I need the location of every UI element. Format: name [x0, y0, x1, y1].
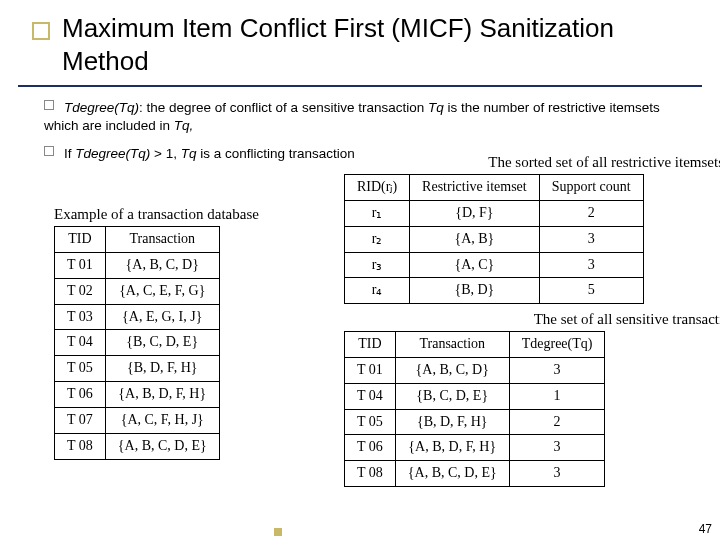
cond-b: Tdegree(Tq)	[75, 146, 150, 161]
sens-caption: The set of all sensitive transactions	[344, 309, 720, 329]
cond-a: If	[64, 146, 75, 161]
table-cell: 3	[509, 435, 605, 461]
table-row: T 08{A, B, C, D, E}3	[345, 461, 605, 487]
table-cell: {A, B, D, F, H}	[105, 382, 219, 408]
tq-term-2: Tq,	[174, 118, 194, 133]
table-cell: 3	[509, 461, 605, 487]
table-cell: r₁	[345, 200, 410, 226]
table-cell: {A, B, C, D, E}	[105, 434, 219, 460]
table-row: T 05{B, D, F, H}	[55, 356, 220, 382]
slide-title: Maximum Item Conflict First (MICF) Sanit…	[62, 12, 680, 77]
title-block: Maximum Item Conflict First (MICF) Sanit…	[0, 0, 720, 81]
table-cell: T 08	[345, 461, 396, 487]
table-cell: r₃	[345, 252, 410, 278]
table-cell: T 06	[55, 382, 106, 408]
table-cell: {A, B, C, D, E}	[395, 461, 509, 487]
table-row: T 01{A, B, C, D}	[55, 252, 220, 278]
table-cell: {A, E, G, I, J}	[105, 304, 219, 330]
table-cell: T 03	[55, 304, 106, 330]
cond-d: Tq	[181, 146, 197, 161]
table-cell: T 07	[55, 408, 106, 434]
table-cell: {A, C, E, F, G}	[105, 278, 219, 304]
table-cell: {A, C, F, H, J}	[105, 408, 219, 434]
sensitive-transactions-table: TIDTransactionTdegree(Tq)T 01{A, B, C, D…	[344, 331, 605, 487]
table-row: T 06{A, B, D, F, H}3	[345, 435, 605, 461]
column-header: Support count	[539, 174, 643, 200]
sensitive-transactions-block: The set of all sensitive transactions TI…	[344, 309, 720, 488]
restrictive-itemsets-table: RID(rⱼ)Restrictive itemsetSupport countr…	[344, 174, 644, 304]
table-cell: r₂	[345, 226, 410, 252]
table-cell: T 05	[55, 356, 106, 382]
restrictive-itemsets-block: The sorted set of all restrictive itemse…	[344, 152, 720, 305]
table-cell: {B, C, D, E}	[105, 330, 219, 356]
transaction-db-table: TIDTransactionT 01{A, B, C, D}T 02{A, C,…	[54, 226, 220, 460]
table-row: r₁{D, F}2	[345, 200, 644, 226]
cond-e: is a conflicting transaction	[196, 146, 354, 161]
bullet-icon	[44, 146, 54, 156]
db-caption: Example of a transaction database	[54, 204, 259, 224]
table-cell: T 06	[345, 435, 396, 461]
tq-term: Tq	[428, 100, 444, 115]
table-cell: 2	[539, 200, 643, 226]
column-header: TID	[345, 331, 396, 357]
table-row: T 01{A, B, C, D}3	[345, 357, 605, 383]
table-cell: 3	[509, 357, 605, 383]
transaction-db-block: Example of a transaction database TIDTra…	[54, 204, 259, 460]
rid-caption: The sorted set of all restrictive itemse…	[344, 152, 720, 172]
table-row: r₄{B, D}5	[345, 278, 644, 304]
table-cell: T 04	[55, 330, 106, 356]
def-text-1: : the degree of conflict of a sensitive …	[139, 100, 428, 115]
table-cell: {B, D, F, H}	[395, 409, 509, 435]
table-cell: 3	[539, 226, 643, 252]
table-row: T 03{A, E, G, I, J}	[55, 304, 220, 330]
table-cell: T 01	[345, 357, 396, 383]
table-cell: r₄	[345, 278, 410, 304]
table-cell: 5	[539, 278, 643, 304]
bullet-icon	[44, 100, 54, 110]
table-cell: {B, D}	[410, 278, 540, 304]
column-header: RID(rⱼ)	[345, 174, 410, 200]
cond-c: > 1,	[150, 146, 180, 161]
table-cell: {A, B, C, D}	[395, 357, 509, 383]
table-cell: T 05	[345, 409, 396, 435]
table-cell: 3	[539, 252, 643, 278]
table-cell: T 01	[55, 252, 106, 278]
body: Tdegree(Tq): the degree of conflict of a…	[0, 87, 720, 504]
column-header: Tdegree(Tq)	[509, 331, 605, 357]
table-cell: 1	[509, 383, 605, 409]
table-cell: {A, B, D, F, H}	[395, 435, 509, 461]
table-cell: {B, D, F, H}	[105, 356, 219, 382]
table-cell: {A, C}	[410, 252, 540, 278]
title-bullet	[32, 22, 50, 40]
table-row: T 06{A, B, D, F, H}	[55, 382, 220, 408]
column-header: Restrictive itemset	[410, 174, 540, 200]
table-row: T 07{A, C, F, H, J}	[55, 408, 220, 434]
column-header: TID	[55, 226, 106, 252]
footer-bullet	[274, 528, 282, 536]
table-row: r₂{A, B}3	[345, 226, 644, 252]
table-cell: 2	[509, 409, 605, 435]
definition-para: Tdegree(Tq): the degree of conflict of a…	[44, 99, 692, 135]
table-cell: {B, C, D, E}	[395, 383, 509, 409]
table-cell: {A, B, C, D}	[105, 252, 219, 278]
table-cell: T 08	[55, 434, 106, 460]
column-header: Transaction	[395, 331, 509, 357]
tdegree-term: Tdegree(Tq)	[64, 100, 139, 115]
table-cell: T 02	[55, 278, 106, 304]
tables-zone: Example of a transaction database TIDTra…	[44, 174, 692, 504]
table-row: r₃{A, C}3	[345, 252, 644, 278]
table-row: T 04{B, C, D, E}1	[345, 383, 605, 409]
column-header: Transaction	[105, 226, 219, 252]
table-cell: {D, F}	[410, 200, 540, 226]
table-cell: T 04	[345, 383, 396, 409]
table-row: T 05{B, D, F, H}2	[345, 409, 605, 435]
table-cell: {A, B}	[410, 226, 540, 252]
table-row: T 04{B, C, D, E}	[55, 330, 220, 356]
page-number: 47	[699, 522, 712, 536]
table-row: T 02{A, C, E, F, G}	[55, 278, 220, 304]
table-row: T 08{A, B, C, D, E}	[55, 434, 220, 460]
